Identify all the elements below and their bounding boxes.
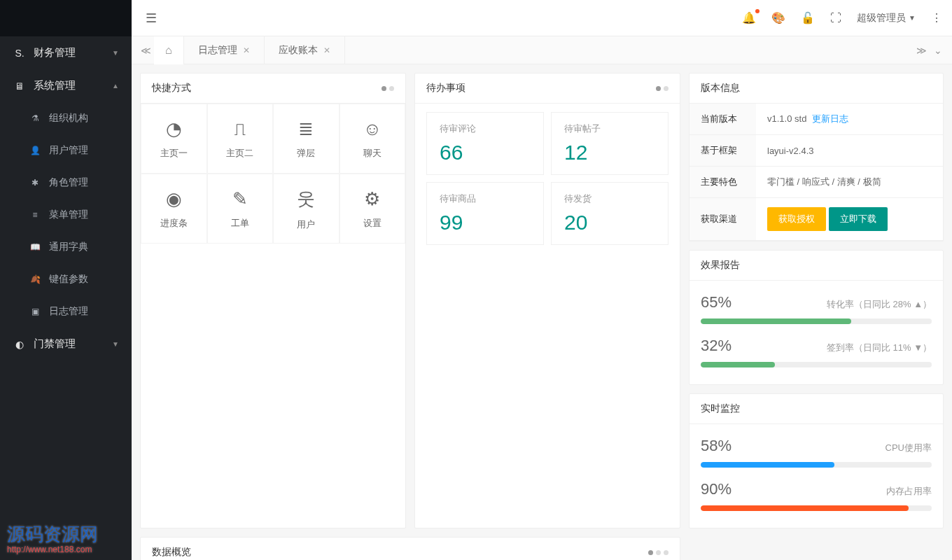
info-key: 获取渠道 [690, 198, 756, 241]
shortcut-label: 聊天 [363, 147, 382, 160]
tab[interactable]: 应收账本✕ [265, 36, 345, 64]
todo-item[interactable]: 待审评论66 [426, 112, 544, 175]
nav-icon: ⚗ [28, 113, 42, 123]
todo-item[interactable]: 待审商品99 [426, 182, 544, 245]
report-row: 58%CPU使用率 [701, 437, 932, 468]
card-title: 快捷方式 [152, 82, 191, 94]
report-card: 效果报告 65%转化率（日同比 28% ▲）32%签到率（日同比 11% ▼） [689, 250, 944, 385]
info-val: 零门槛 / 响应式 / 清爽 / 极简 [756, 167, 943, 198]
nav-item[interactable]: ✱角色管理 [0, 167, 132, 199]
nav-item[interactable]: 👤用户管理 [0, 134, 132, 167]
nav-item[interactable]: 📖通用字典 [0, 231, 132, 263]
overview-card: 数据概览 今日流量趋势 020,00040,00060,00080,00006:… [140, 537, 680, 560]
nav-group[interactable]: S.财务管理▼ [0, 36, 132, 69]
progress-bar [701, 362, 932, 368]
changelog-link[interactable]: 更新日志 [812, 113, 848, 124]
report-row: 90%内存占用率 [701, 480, 932, 511]
shortcuts-card: 快捷方式 ◔主页一⎍主页二≣弹层☺聊天◉进度条✎工单웃用户⚙设置 [140, 73, 406, 528]
todo-label: 待发货 [564, 192, 655, 205]
main: ☰ 🔔 🎨 🔓 ⛶ 超级管理员 ▼ ⋮ ≪ ⌂ 日志管理✕应收账本✕ ≫ ⌄ 快… [132, 0, 952, 560]
report-label: 签到率（日同比 11% ▼） [827, 342, 932, 354]
sidebar: S.财务管理▼🖥系统管理▲⚗组织机构👤用户管理✱角色管理≡菜单管理📖通用字典🍂键… [0, 0, 132, 560]
report-pct: 65% [701, 293, 732, 312]
shortcut[interactable]: ⎍主页二 [207, 104, 274, 174]
nav-item[interactable]: ⚗组织机构 [0, 102, 132, 134]
user-menu[interactable]: 超级管理员 ▼ [857, 12, 916, 24]
report-pct: 32% [701, 337, 732, 355]
version-card: 版本信息 当前版本v1.1.0 std 更新日志基于框架layui-v2.4.3… [689, 73, 944, 241]
tab-next-icon[interactable]: ≫ [913, 45, 930, 56]
lock-icon[interactable]: 🔓 [801, 11, 815, 24]
todo-value: 66 [440, 141, 531, 164]
logo [0, 0, 132, 36]
nav-item[interactable]: 🍂键值参数 [0, 263, 132, 295]
shortcut[interactable]: ☺聊天 [340, 104, 406, 174]
todo-label: 待审帖子 [564, 122, 655, 135]
report-label: CPU使用率 [886, 442, 932, 454]
tab-dropdown-icon[interactable]: ⌄ [930, 45, 946, 56]
shortcut-icon: ☺ [363, 118, 382, 140]
report-label: 转化率（日同比 28% ▲） [827, 298, 932, 311]
fullscreen-icon[interactable]: ⛶ [830, 12, 841, 24]
shortcut-icon: ⎍ [234, 118, 246, 140]
card-title: 实时监控 [701, 402, 740, 415]
chevron-icon: ▼ [112, 340, 119, 348]
close-icon[interactable]: ✕ [243, 46, 250, 55]
info-val: v1.1.0 std 更新日志 [756, 104, 943, 135]
shortcut-label: 设置 [363, 217, 382, 230]
nav-icon: 👤 [28, 146, 42, 155]
info-key: 当前版本 [690, 104, 756, 135]
nav-icon: ✱ [28, 178, 42, 188]
monitor-card: 实时监控 58%CPU使用率90%内存占用率 [689, 393, 944, 528]
todo-item[interactable]: 待发货20 [551, 182, 668, 245]
shortcut-label: 弹层 [297, 147, 315, 160]
shortcut[interactable]: ◔主页一 [141, 104, 207, 174]
shortcut-icon: ◔ [166, 118, 182, 140]
theme-icon[interactable]: 🎨 [771, 11, 785, 24]
download-button[interactable]: 立即下载 [829, 207, 888, 231]
report-pct: 90% [701, 480, 732, 498]
shortcut[interactable]: ✎工单 [207, 174, 274, 244]
todo-label: 待审商品 [440, 192, 531, 205]
info-val: layui-v2.4.3 [756, 135, 943, 167]
nav-icon: ≡ [28, 210, 42, 220]
bell-icon[interactable]: 🔔 [742, 11, 756, 24]
nav-group[interactable]: 🖥系统管理▲ [0, 69, 132, 102]
tab-home[interactable]: ⌂ [154, 36, 184, 64]
card-title: 数据概览 [152, 546, 191, 559]
chevron-icon: ▲ [112, 82, 119, 90]
progress-bar [701, 462, 932, 468]
tabs: ≪ ⌂ 日志管理✕应收账本✕ ≫ ⌄ [132, 36, 952, 64]
todos-card: 待办事项 待审评论66待审帖子12待审商品99待发货20 [414, 73, 680, 528]
tab-prev-icon[interactable]: ≪ [137, 45, 154, 56]
nav-icon: ▣ [28, 307, 42, 316]
nav-group[interactable]: ◐门禁管理▼ [0, 328, 132, 360]
nav-item[interactable]: ▣日志管理 [0, 295, 132, 328]
shortcut-icon: ◉ [166, 188, 182, 210]
nav-item[interactable]: ≡菜单管理 [0, 199, 132, 231]
todo-value: 12 [564, 141, 655, 164]
progress-bar [701, 505, 932, 511]
shortcut[interactable]: ⚙设置 [340, 174, 406, 244]
info-key: 主要特色 [690, 167, 756, 198]
shortcut[interactable]: ≣弹层 [273, 104, 340, 174]
shortcut-label: 用户 [297, 218, 315, 231]
todo-value: 99 [440, 211, 531, 234]
more-icon[interactable]: ⋮ [931, 11, 942, 24]
shortcut-label: 工单 [231, 217, 249, 230]
tab[interactable]: 日志管理✕ [184, 36, 265, 64]
close-icon[interactable]: ✕ [323, 46, 330, 55]
shortcut-icon: ✎ [232, 188, 248, 210]
shortcut-label: 主页一 [160, 147, 188, 160]
todo-label: 待审评论 [440, 122, 531, 135]
shortcut-label: 进度条 [160, 217, 188, 230]
auth-button[interactable]: 获取授权 [767, 207, 826, 231]
menu-toggle-icon[interactable]: ☰ [141, 6, 161, 30]
chevron-icon: ▼ [112, 49, 119, 57]
progress-bar [701, 318, 932, 324]
nav-icon: S. [13, 48, 27, 59]
shortcut[interactable]: ◉进度条 [141, 174, 207, 244]
todo-item[interactable]: 待审帖子12 [551, 112, 668, 175]
nav: S.财务管理▼🖥系统管理▲⚗组织机构👤用户管理✱角色管理≡菜单管理📖通用字典🍂键… [0, 36, 132, 560]
shortcut[interactable]: 웃用户 [273, 174, 340, 244]
